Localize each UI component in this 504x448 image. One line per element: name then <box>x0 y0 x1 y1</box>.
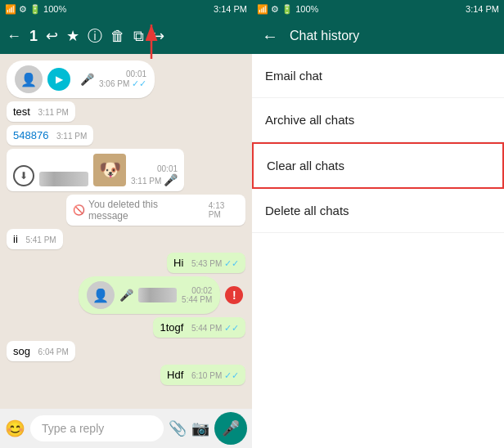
message-time: 3:11 PM <box>56 132 87 141</box>
menu-item-label: Archive all chats <box>265 113 354 127</box>
voice-sent-duration: 00:02 <box>191 286 212 295</box>
left-panel: 📶 ⚙ 🔋 100% 3:14 PM ← 1 ↩ ★ ⓘ 🗑 ⧉ ↪ 👤 ▶ <box>0 0 252 448</box>
copy-icon[interactable]: ⧉ <box>133 28 144 45</box>
deleted-time: 4:13 PM <box>209 201 239 219</box>
deleted-icon: 🚫 <box>73 204 85 216</box>
info-icon[interactable]: ⓘ <box>88 26 102 46</box>
image-message-received: ⬇ 🐶 00:01 3:11 PM 🎤 <box>7 149 184 191</box>
voice-message-received: 👤 ▶ 🎤 00:01 3:06 PM ✓✓ <box>7 60 155 98</box>
img-time: 3:11 PM 🎤 <box>131 173 178 186</box>
input-bar: 😊 Type a reply 📎 📷 🎤 <box>0 409 252 448</box>
message-time: 5:41 PM <box>25 235 56 244</box>
message-text: 1togf <box>160 321 183 334</box>
camera-icon[interactable]: 📷 <box>191 419 209 437</box>
mic-button[interactable]: 🎤 <box>214 412 247 445</box>
message-1togf: 1togf 5:44 PM ✓✓ <box>153 317 245 338</box>
message-text: ii <box>13 233 18 245</box>
forward-icon[interactable]: ↪ <box>152 27 164 45</box>
audio-waveform <box>39 172 88 186</box>
menu-item-archive-all-chats[interactable]: Archive all chats <box>252 98 504 142</box>
mic-icon: 🎤 <box>119 289 133 302</box>
message-text: Hdf <box>167 369 183 381</box>
message-time: 5:43 PM ✓✓ <box>191 259 239 268</box>
message-hdf: Hdf 6:10 PM ✓✓ <box>160 365 245 385</box>
message-text: 548876 <box>13 129 48 141</box>
message-text: test <box>13 105 30 118</box>
emoji-icon[interactable]: 😊 <box>5 419 25 438</box>
menu-item-email-chat[interactable]: Email chat <box>252 54 504 98</box>
play-button[interactable]: ▶ <box>47 68 70 91</box>
right-time: 3:14 PM <box>466 4 499 14</box>
menu-item-label: Email chat <box>265 69 322 83</box>
voice-sent-container: 👤 🎤 00:02 5:44 PM ! <box>79 276 245 314</box>
message-text: Hi <box>173 257 183 269</box>
message-548876: 548876 3:11 PM <box>7 125 93 146</box>
download-button[interactable]: ⬇ <box>13 165 34 186</box>
right-panel: 📶 ⚙ 🔋 100% 3:14 PM ← Chat history Email … <box>252 0 504 448</box>
delete-icon[interactable]: 🗑 <box>110 28 125 45</box>
right-signal: 📶 ⚙ 🔋 100% <box>257 4 318 14</box>
right-back-button[interactable]: ← <box>262 27 278 46</box>
message-time: 3:11 PM <box>38 108 69 117</box>
voice-sent-time: 5:44 PM <box>182 295 212 304</box>
message-test: test 3:11 PM <box>7 101 75 122</box>
voice-message-sent: 👤 🎤 00:02 5:44 PM <box>79 276 221 314</box>
left-battery: 100% <box>43 4 66 14</box>
right-status-time: 3:14 PM <box>466 4 499 14</box>
avatar: 👤 <box>15 65 43 93</box>
deleted-text: You deleted this message <box>88 199 200 222</box>
menu-item-label: Delete all chats <box>265 204 349 217</box>
left-icons: ⚙ 🔋 <box>19 4 41 15</box>
selected-count: 1 <box>29 28 38 45</box>
message-hi: Hi 5:43 PM ✓✓ <box>167 253 245 273</box>
left-time: 3:14 PM <box>214 4 247 14</box>
right-status-bar: 📶 ⚙ 🔋 100% 3:14 PM <box>252 0 504 18</box>
star-icon[interactable]: ★ <box>66 27 79 45</box>
message-time: 6:04 PM <box>38 347 69 356</box>
message-time: 5:44 PM ✓✓ <box>191 324 239 333</box>
right-title: Chat history <box>290 29 359 43</box>
left-status-left: 📶 ⚙ 🔋 100% <box>5 4 66 15</box>
deleted-message: 🚫 You deleted this message 4:13 PM <box>66 195 245 226</box>
back-button[interactable]: ← <box>7 28 21 45</box>
error-badge: ! <box>225 286 243 304</box>
left-status-bar: 📶 ⚙ 🔋 100% 3:14 PM <box>0 0 252 18</box>
message-time: 6:10 PM ✓✓ <box>191 371 239 380</box>
menu-item-label: Clear all chats <box>267 159 344 172</box>
reply-icon[interactable]: ↩ <box>46 27 58 45</box>
right-status-left: 📶 ⚙ 🔋 100% <box>257 4 318 15</box>
voice-time: 3:06 PM ✓✓ <box>99 78 146 89</box>
attach-icon[interactable]: 📎 <box>169 419 187 437</box>
chat-area: 👤 ▶ 🎤 00:01 3:06 PM ✓✓ test 3:11 PM 5488… <box>0 54 252 409</box>
voice-duration: 00:01 <box>126 69 146 78</box>
avatar-sent: 👤 <box>87 281 115 309</box>
menu-item-clear-all-chats[interactable]: Clear all chats <box>252 142 504 189</box>
dog-image: 🐶 <box>93 154 126 186</box>
left-status-right: 3:14 PM <box>214 4 247 14</box>
left-carrier: 📶 <box>5 4 16 15</box>
right-toolbar: ← Chat history <box>252 18 504 54</box>
left-toolbar: ← 1 ↩ ★ ⓘ 🗑 ⧉ ↪ <box>0 18 252 54</box>
message-ii: ii 5:41 PM <box>7 229 63 249</box>
message-text: sog <box>13 345 30 357</box>
reply-input[interactable]: Type a reply <box>30 415 164 441</box>
waveform-sent <box>138 288 177 302</box>
img-duration: 00:01 <box>157 164 178 173</box>
mic-icon: 🎤 <box>80 73 94 86</box>
message-sog: sog 6:04 PM <box>7 341 75 361</box>
reply-placeholder: Type a reply <box>42 422 104 435</box>
menu-list: Email chat Archive all chats Clear all c… <box>252 54 504 448</box>
menu-item-delete-all-chats[interactable]: Delete all chats <box>252 189 504 233</box>
